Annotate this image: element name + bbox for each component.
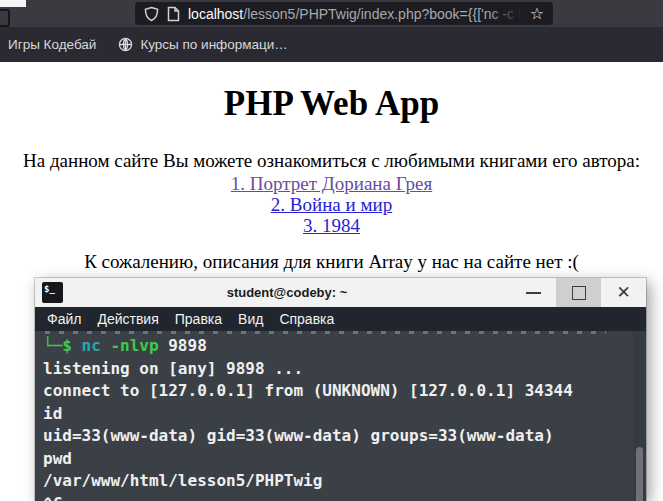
cut-off-extension-icon — [0, 7, 13, 29]
book-link-2[interactable]: 2. Война и мир — [0, 194, 663, 215]
window-controls: ✕ — [511, 278, 646, 307]
bookmark-item-courses[interactable]: Курсы по информаци… — [118, 37, 287, 52]
clipped-previous-line — [45, 331, 606, 334]
terminal-window: $_ student@codeby: ~ ✕ Файл Действия Пра… — [35, 278, 646, 501]
terminal-line: connect to [127.0.0.1] from (UNKNOWN) [1… — [43, 380, 630, 403]
terminal-scrollbar[interactable] — [633, 331, 646, 501]
terminal-menubar: Файл Действия Правка Вид Справка — [35, 307, 646, 331]
minimize-button[interactable] — [511, 278, 556, 307]
intro-text: На данном сайте Вы можете ознакомиться с… — [0, 150, 663, 172]
page-title: PHP Web App — [0, 62, 663, 124]
menu-help[interactable]: Справка — [271, 311, 342, 327]
terminal-titlebar[interactable]: $_ student@codeby: ~ ✕ — [35, 278, 646, 307]
terminal-line: listening on [any] 9898 ... — [43, 358, 630, 381]
bookmark-label: Курсы по информаци… — [140, 37, 287, 52]
maximize-icon — [572, 286, 586, 300]
maximize-button[interactable] — [556, 278, 601, 307]
close-button[interactable]: ✕ — [601, 278, 646, 307]
bookmarks-bar: Игры Кодебай Курсы по информаци… — [0, 27, 663, 62]
screen: localhost/lesson5/PHPTwig/index.php?book… — [0, 0, 663, 501]
menu-edit[interactable]: Правка — [167, 311, 230, 327]
bookmark-label: Игры Кодебай — [8, 37, 96, 52]
book-link-3[interactable]: 3. 1984 — [0, 215, 663, 236]
bookmark-item-games[interactable]: Игры Кодебай — [8, 37, 96, 52]
terminal-line: ^C — [43, 493, 630, 501]
terminal-line: uid=33(www-data) gid=33(www-data) groups… — [43, 425, 630, 448]
terminal-line: └─$ nc -nlvp 9898 — [43, 335, 630, 358]
menu-view[interactable]: Вид — [230, 311, 271, 327]
url-path: /lesson5/PHPTwig/index.php?book={{['nc -… — [243, 6, 521, 22]
page-info-icon[interactable] — [167, 6, 180, 22]
url-text[interactable]: localhost/lesson5/PHPTwig/index.php?book… — [188, 6, 522, 22]
scrollbar-thumb[interactable] — [636, 447, 643, 501]
terminal-line: id — [43, 403, 630, 426]
shield-icon[interactable] — [144, 6, 159, 22]
terminal-title: student@codeby: ~ — [63, 285, 511, 300]
terminal-app-icon: $_ — [42, 282, 63, 303]
menu-actions[interactable]: Действия — [89, 311, 166, 327]
terminal-body[interactable]: └─$ nc -nlvp 9898listening on [any] 9898… — [35, 331, 646, 501]
browser-toolbar: localhost/lesson5/PHPTwig/index.php?book… — [0, 0, 663, 27]
terminal-line: pwd — [43, 448, 630, 471]
bookmark-star-icon[interactable]: ☆ — [530, 6, 544, 22]
menu-file[interactable]: Файл — [39, 311, 89, 327]
terminal-line: /var/www/html/lesson5/PHPTwig — [43, 470, 630, 493]
globe-icon — [118, 37, 133, 52]
close-icon: ✕ — [616, 284, 630, 301]
no-description-message: К сожалению, описания для книги Array у … — [0, 251, 663, 273]
url-bar[interactable]: localhost/lesson5/PHPTwig/index.php?book… — [135, 2, 553, 25]
book-link-list: 1. Портрет Дориана Грея 2. Война и мир 3… — [0, 173, 663, 236]
url-domain: localhost — [188, 6, 243, 22]
book-link-1[interactable]: 1. Портрет Дориана Грея — [0, 173, 663, 194]
terminal-output: └─$ nc -nlvp 9898listening on [any] 9898… — [43, 335, 630, 501]
minimize-icon — [526, 292, 541, 294]
window-corner-highlight — [0, 0, 26, 7]
url-fade-overlay — [488, 6, 522, 22]
